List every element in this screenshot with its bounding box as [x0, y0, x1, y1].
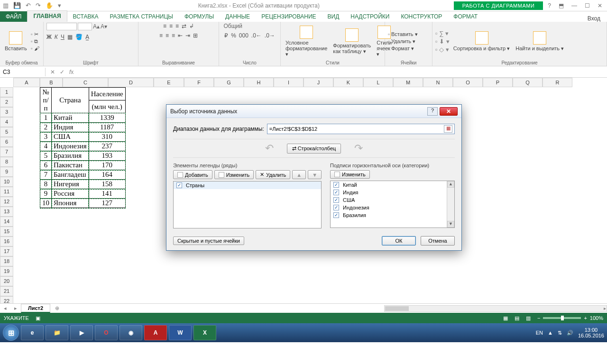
sort-filter-button[interactable]: Сортировка и фильтр ▾ — [451, 30, 512, 53]
column-header[interactable]: K — [333, 78, 363, 87]
conditional-formatting-button[interactable]: Условное форматирование ▾ — [284, 25, 329, 58]
sign-in-link[interactable]: Вход — [588, 15, 607, 22]
row-header[interactable]: 8 — [0, 157, 13, 167]
row-header[interactable]: 17 — [0, 246, 13, 256]
tray-language[interactable]: EN — [536, 330, 543, 336]
bold-button[interactable]: Ж — [46, 34, 52, 40]
maximize-icon[interactable]: ☐ — [585, 2, 590, 9]
taskbar-opera-icon[interactable]: O — [95, 325, 118, 340]
tray-network-icon[interactable]: ⇅ — [558, 330, 562, 336]
table-row[interactable]: 4 — [40, 142, 52, 151]
tab-data[interactable]: ДАННЫЕ — [220, 11, 256, 22]
tab-page-layout[interactable]: РАЗМЕТКА СТРАНИЦЫ — [104, 11, 179, 22]
table-row[interactable]: 170 — [89, 161, 125, 170]
font-family-select[interactable] — [46, 23, 77, 30]
list-item[interactable]: ✓Индонезия — [331, 204, 454, 211]
table-row[interactable]: 158 — [89, 180, 125, 189]
list-item[interactable]: ✓Китай — [331, 181, 454, 189]
table-row[interactable]: США — [52, 132, 89, 142]
column-header[interactable]: H — [244, 78, 274, 87]
switch-row-column-button[interactable]: ⇄ Строка/столбец — [287, 144, 341, 154]
categories-edit-button[interactable]: Изменить — [330, 170, 370, 179]
number-format-select[interactable]: Общий — [224, 23, 276, 29]
view-page-layout-icon[interactable]: ▤ — [515, 315, 519, 321]
view-page-break-icon[interactable]: ▥ — [526, 315, 531, 321]
checkbox-icon[interactable]: ✓ — [176, 182, 182, 188]
tray-flag-icon[interactable]: ▲ — [548, 330, 553, 336]
row-header[interactable]: 10 — [0, 177, 13, 187]
add-sheet-icon[interactable]: ⊕ — [50, 305, 64, 311]
checkbox-icon[interactable]: ✓ — [333, 190, 339, 195]
column-header[interactable]: G — [214, 78, 244, 87]
range-picker-icon[interactable]: ▦ — [444, 125, 452, 133]
qat-save-icon[interactable]: 💾 — [13, 2, 21, 9]
formula-input[interactable] — [78, 71, 607, 73]
series-listbox[interactable]: ✓Страны — [173, 181, 322, 228]
qat-undo-icon[interactable]: ↶ — [26, 2, 31, 9]
find-select-button[interactable]: Найти и выделить ▾ — [514, 30, 566, 53]
taskbar-word-icon[interactable]: W — [169, 325, 192, 340]
row-header[interactable]: 9 — [0, 167, 13, 177]
format-as-table-button[interactable]: Форматировать как таблицу ▾ — [331, 27, 373, 55]
qat-more-icon[interactable]: ▾ — [58, 2, 61, 9]
series-delete-button[interactable]: ✕Удалить — [256, 170, 290, 179]
sheet-nav-prev-icon[interactable]: ◂ — [0, 305, 10, 311]
hidden-empty-cells-button[interactable]: Скрытые и пустые ячейки — [173, 237, 244, 245]
tray-volume-icon[interactable]: 🔊 — [567, 330, 573, 336]
row-header[interactable]: 21 — [0, 286, 13, 296]
macro-record-icon[interactable]: ▣ — [36, 315, 40, 321]
tab-addins[interactable]: НАДСТРОЙКИ — [345, 11, 395, 22]
column-header[interactable]: D — [108, 78, 154, 87]
checkbox-icon[interactable]: ✓ — [333, 205, 339, 210]
list-item[interactable]: ✓Бразилия — [331, 211, 454, 219]
cancel-entry-icon[interactable]: ✕ — [50, 69, 55, 75]
table-row[interactable]: 141 — [89, 189, 125, 199]
row-header[interactable]: 1 — [0, 87, 13, 97]
row-header[interactable]: 22 — [0, 296, 13, 303]
list-scrollbar[interactable]: ▲▼ — [447, 181, 454, 228]
tray-clock[interactable]: 13:00 16.05.2016 — [578, 327, 604, 338]
format-painter-icon[interactable]: 🖌 — [31, 46, 39, 51]
row-header[interactable]: 3 — [0, 107, 13, 117]
table-row[interactable]: 127 — [89, 199, 125, 208]
zoom-in-icon[interactable]: + — [584, 315, 587, 321]
table-row[interactable]: 1 — [40, 113, 52, 123]
view-normal-icon[interactable]: ▦ — [503, 315, 508, 321]
sheet-tab-active[interactable]: Лист2 — [21, 304, 50, 313]
zoom-value[interactable]: 100% — [590, 315, 603, 321]
checkbox-icon[interactable]: ✓ — [333, 182, 339, 188]
taskbar-ie-icon[interactable]: e — [21, 325, 44, 340]
close-icon[interactable]: ✕ — [598, 2, 602, 9]
font-color-icon[interactable]: A̲ — [85, 34, 89, 40]
table-row[interactable]: 1187 — [89, 123, 125, 132]
column-header[interactable]: M — [393, 78, 423, 87]
chart-range-input[interactable]: =Лист2!$C$3:$D$12 ▦ — [267, 124, 455, 134]
zoom-out-icon[interactable]: − — [537, 315, 540, 321]
dialog-close-icon[interactable]: ✕ — [440, 107, 458, 116]
zoom-slider[interactable] — [543, 317, 581, 319]
table-row[interactable]: 310 — [89, 132, 125, 142]
row-header[interactable]: 16 — [0, 237, 13, 246]
increase-font-icon[interactable]: A▴ — [93, 23, 100, 30]
checkbox-icon[interactable]: ✓ — [333, 197, 339, 203]
series-move-down-button[interactable]: ▼ — [308, 170, 322, 179]
table-row[interactable]: Россия — [52, 189, 89, 199]
accept-entry-icon[interactable]: ✓ — [60, 69, 64, 75]
tab-chart-format[interactable]: ФОРМАТ — [448, 11, 483, 22]
start-button[interactable]: ⊞ — [3, 325, 19, 341]
copy-icon[interactable]: ⧉ — [31, 38, 39, 45]
series-edit-button[interactable]: Изменить — [214, 170, 254, 179]
horizontal-scrollbar[interactable]: ◂▸ — [64, 305, 607, 312]
column-header[interactable]: A — [13, 78, 40, 87]
table-row[interactable]: Индия — [52, 123, 89, 132]
format-cells-button[interactable]: Формат ▾ — [388, 46, 418, 52]
table-row[interactable]: Нигерия — [52, 180, 89, 189]
column-header[interactable]: B — [40, 78, 63, 87]
checkbox-icon[interactable]: ✓ — [333, 212, 339, 218]
row-header[interactable]: 20 — [0, 276, 13, 286]
column-header[interactable]: R — [543, 78, 572, 87]
cut-icon[interactable]: ✂ — [31, 31, 39, 37]
column-header[interactable]: Q — [513, 78, 543, 87]
row-header[interactable]: 19 — [0, 266, 13, 276]
taskbar-excel-icon[interactable]: X — [193, 325, 216, 340]
